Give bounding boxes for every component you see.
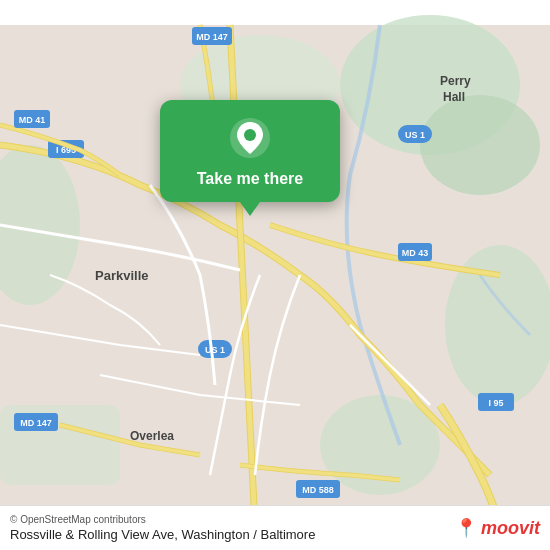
svg-text:Parkville: Parkville (95, 268, 149, 283)
map-background: I 695 US 1 US 1 MD 43 I 95 MD 147 MD 41 (0, 0, 550, 550)
svg-text:Perry: Perry (440, 74, 471, 88)
svg-text:Overlea: Overlea (130, 429, 174, 443)
osm-credit: © OpenStreetMap contributors (10, 514, 455, 525)
moovit-logo: 📍 moovit (455, 517, 540, 539)
svg-point-31 (244, 129, 256, 141)
svg-text:I 95: I 95 (488, 398, 503, 408)
location-name: Rossville & Rolling View Ave, Washington… (10, 527, 455, 542)
svg-text:MD 147: MD 147 (196, 32, 228, 42)
moovit-brand-text: moovit (481, 518, 540, 539)
popup-label: Take me there (197, 170, 303, 188)
svg-text:US 1: US 1 (405, 130, 425, 140)
svg-text:MD 588: MD 588 (302, 485, 334, 495)
moovit-pin-icon: 📍 (455, 517, 477, 539)
bottom-left-section: © OpenStreetMap contributors Rossville &… (10, 514, 455, 542)
svg-text:MD 43: MD 43 (402, 248, 429, 258)
svg-text:Hall: Hall (443, 90, 465, 104)
svg-text:US 1: US 1 (205, 345, 225, 355)
map-container: I 695 US 1 US 1 MD 43 I 95 MD 147 MD 41 (0, 0, 550, 550)
bottom-bar: © OpenStreetMap contributors Rossville &… (0, 505, 550, 550)
svg-point-2 (420, 95, 540, 195)
svg-text:MD 147: MD 147 (20, 418, 52, 428)
svg-text:MD 41: MD 41 (19, 115, 46, 125)
location-pin-icon (228, 116, 272, 160)
popup-card[interactable]: Take me there (160, 100, 340, 202)
